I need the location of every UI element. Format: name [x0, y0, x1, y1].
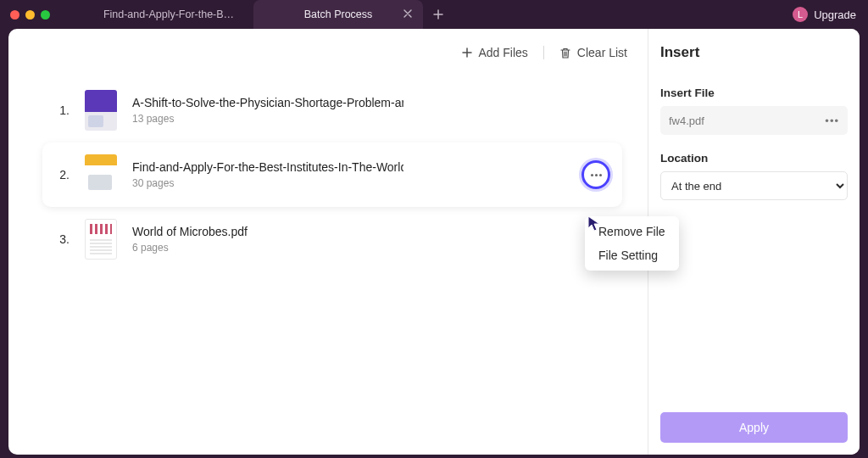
titlebar: Find-and-Apply-For-the-B… Batch Process … [0, 0, 868, 29]
window-minimize[interactable] [25, 10, 35, 20]
new-tab-button[interactable] [430, 6, 447, 23]
file-name: A-Shift-to-Solve-the-Physician-Shortage-… [132, 96, 403, 109]
file-thumbnail [85, 219, 117, 260]
tab-strip: Find-and-Apply-For-the-B… Batch Process [84, 0, 447, 29]
file-name: Find-and-Apply-For-the-Best-Institutes-I… [132, 160, 403, 174]
file-row[interactable]: 2. Find-and-Apply-For-the-Best-Institute… [42, 142, 622, 207]
avatar: L [793, 7, 808, 22]
file-thumbnail [85, 154, 117, 195]
file-meta: Find-and-Apply-For-the-Best-Institutes-I… [132, 160, 566, 189]
upgrade-button[interactable]: L Upgrade [793, 7, 856, 22]
file-pages: 6 pages [132, 242, 610, 254]
workspace: Add Files Clear List 1. A-Shift-to-Solve… [8, 29, 860, 455]
file-row[interactable]: 1. A-Shift-to-Solve-the-Physician-Shorta… [42, 78, 622, 142]
trash-icon [559, 47, 571, 59]
insert-file-label: Insert File [660, 87, 848, 99]
context-file-setting[interactable]: File Setting [585, 243, 679, 267]
add-files-button[interactable]: Add Files [461, 46, 528, 59]
tab-document[interactable]: Find-and-Apply-For-the-B… [84, 0, 253, 29]
upgrade-label: Upgrade [814, 8, 856, 21]
plus-icon [461, 47, 473, 59]
add-files-label: Add Files [479, 46, 528, 59]
row-number: 3. [49, 232, 70, 246]
tab-label: Find-and-Apply-For-the-B… [103, 8, 234, 20]
sidebar-panel: Insert Insert File fw4.pdf ••• Location … [648, 29, 860, 455]
tab-label: Batch Process [304, 8, 373, 20]
apply-button[interactable]: Apply [660, 412, 848, 443]
file-meta: A-Shift-to-Solve-the-Physician-Shortage-… [132, 96, 610, 125]
main-panel: Add Files Clear List 1. A-Shift-to-Solve… [8, 29, 648, 455]
window-controls [10, 10, 50, 20]
window-zoom[interactable] [41, 10, 50, 20]
clear-list-label: Clear List [577, 46, 627, 59]
file-pages: 13 pages [132, 113, 610, 125]
toolbar: Add Files Clear List [8, 39, 648, 75]
file-row[interactable]: 3. World of Microbes.pdf 6 pages [42, 207, 622, 271]
avatar-initial: L [798, 9, 803, 20]
file-name: World of Microbes.pdf [132, 225, 403, 238]
toolbar-divider [543, 46, 544, 59]
row-number: 1. [49, 103, 70, 117]
sidebar-title: Insert [660, 44, 848, 61]
file-meta: World of Microbes.pdf 6 pages [132, 225, 610, 254]
tab-batch-process[interactable]: Batch Process [253, 0, 423, 29]
insert-file-value: fw4.pdf [669, 114, 704, 127]
row-options-button[interactable] [581, 160, 610, 189]
cursor-icon [587, 215, 602, 233]
window-close[interactable] [10, 10, 19, 20]
row-number: 2. [49, 168, 70, 182]
file-list: 1. A-Shift-to-Solve-the-Physician-Shorta… [8, 75, 648, 271]
clear-list-button[interactable]: Clear List [559, 46, 627, 59]
ellipsis-icon: ••• [825, 114, 839, 127]
insert-file-picker[interactable]: fw4.pdf ••• [660, 106, 848, 135]
file-thumbnail [85, 90, 117, 131]
file-pages: 30 pages [132, 177, 566, 189]
close-icon[interactable] [403, 8, 415, 20]
location-select[interactable]: At the end [660, 171, 848, 200]
ellipsis-icon [591, 174, 602, 176]
location-label: Location [660, 152, 848, 165]
